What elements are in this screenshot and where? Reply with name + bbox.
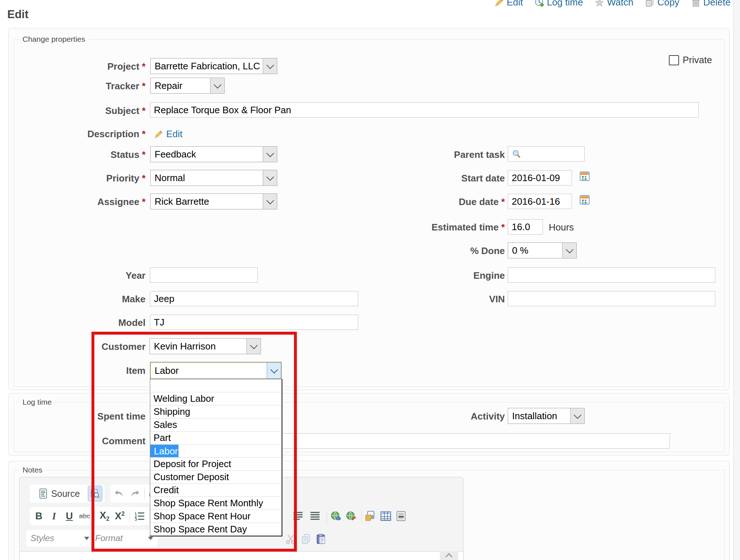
toolbar-separator	[94, 510, 95, 522]
activity-select[interactable]: Installation	[508, 408, 585, 424]
editor-content-area[interactable]	[20, 551, 463, 560]
engine-label: Engine	[9, 270, 505, 281]
table-icon	[380, 511, 392, 522]
subject-input[interactable]	[150, 102, 699, 118]
dropdown-option[interactable]: Labor	[150, 445, 179, 457]
align-justify-button[interactable]	[291, 508, 305, 524]
window-scrollbar[interactable]	[733, 0, 740, 560]
activity-select-value: Installation	[508, 410, 570, 422]
change-properties-legend: Change properties	[19, 35, 89, 44]
dropdown-arrow-icon	[84, 537, 89, 540]
engine-input[interactable]	[508, 267, 715, 283]
estimated-time-suffix: Hours	[549, 222, 574, 233]
clock-add-icon	[535, 0, 544, 7]
source-button-label: Source	[51, 489, 80, 499]
copy-icon	[645, 0, 655, 7]
percent-done-select-value: 0 %	[508, 245, 562, 256]
log-time-box: Log time Spent time Activity Installatio…	[8, 393, 729, 455]
calendar-icon[interactable]	[579, 171, 590, 183]
edit-action[interactable]: Edit	[494, 0, 523, 8]
tracker-select-arrow[interactable]	[210, 78, 224, 93]
italic-button[interactable]: I	[47, 508, 61, 524]
dropdown-option[interactable]: Shop Space Rent Hour	[150, 510, 282, 523]
activity-select-arrow[interactable]	[570, 408, 584, 424]
clipboard-group	[284, 530, 328, 548]
project-select[interactable]: Barrette Fabrication, LLC	[150, 58, 277, 74]
image-icon	[365, 511, 376, 522]
paste-button[interactable]	[314, 531, 328, 547]
underline-icon: U	[66, 511, 73, 522]
dropdown-option[interactable]	[150, 379, 282, 392]
chevron-up-icon	[445, 553, 453, 560]
model-input[interactable]	[150, 315, 358, 330]
customer-select[interactable]: Kevin Harrison	[150, 338, 261, 354]
delete-action[interactable]: Delete	[691, 0, 731, 8]
estimated-time-input[interactable]	[508, 219, 543, 234]
image-button[interactable]	[364, 508, 377, 524]
chevron-down-icon	[250, 342, 257, 349]
styles-combo[interactable]: Styles	[26, 530, 94, 547]
project-select-arrow[interactable]	[263, 58, 277, 74]
trash-icon	[691, 0, 701, 7]
item-select-arrow[interactable]	[267, 363, 281, 379]
private-checkbox[interactable]	[669, 55, 679, 65]
source-button[interactable]: Source	[32, 486, 86, 501]
dropdown-option[interactable]: Deposit for Project	[150, 458, 282, 471]
redo-button[interactable]	[128, 486, 142, 501]
redo-icon	[129, 489, 140, 498]
dropdown-option[interactable]: Customer Deposit	[150, 471, 282, 484]
percent-done-label: % Done	[9, 245, 505, 257]
table-button[interactable]	[379, 508, 393, 524]
due-date-input[interactable]	[508, 194, 572, 209]
percent-done-select[interactable]: 0 %	[508, 242, 577, 258]
link-button[interactable]	[329, 508, 343, 524]
subscript-button[interactable]: X2	[98, 508, 111, 524]
percent-done-select-arrow[interactable]	[562, 243, 576, 258]
due-date-label: Due date*	[9, 196, 505, 208]
vin-input[interactable]	[508, 291, 715, 306]
dropdown-option[interactable]: Credit	[150, 484, 282, 497]
cut-button[interactable]	[284, 531, 298, 547]
estimated-time-label: Estimated time*	[9, 222, 505, 233]
unlink-button[interactable]	[344, 508, 358, 524]
dropdown-option[interactable]: Welding Labor	[150, 392, 282, 405]
notes-box: Notes Source	[8, 461, 729, 560]
dropdown-option[interactable]: Sales	[150, 418, 282, 432]
start-date-input[interactable]	[508, 170, 572, 185]
blockquote-button[interactable]	[308, 508, 322, 524]
toolbar-collapse-button[interactable]	[440, 551, 458, 560]
bold-button[interactable]: B	[32, 508, 46, 524]
tracker-label: Tracker*	[9, 81, 146, 92]
copy-button[interactable]	[299, 531, 313, 547]
dropdown-option[interactable]: Part	[150, 432, 282, 445]
insert-group	[364, 507, 408, 525]
magnifier-icon	[512, 149, 521, 159]
log-time-action-label: Log time	[547, 0, 583, 8]
star-icon	[594, 0, 604, 7]
undo-button[interactable]	[113, 486, 126, 501]
parent-task-input[interactable]	[508, 146, 585, 162]
dropdown-option[interactable]: Shop Space Rent Monthly	[150, 497, 282, 510]
item-select[interactable]: Labor	[150, 362, 281, 379]
format-combo[interactable]: Format	[91, 530, 158, 547]
numbered-list-icon	[134, 511, 145, 521]
log-time-action[interactable]: Log time	[535, 0, 583, 8]
dropdown-option[interactable]: Shipping	[150, 405, 282, 418]
copy-action[interactable]: Copy	[645, 0, 679, 8]
dropdown-option[interactable]: Shop Space Rent Day	[150, 523, 282, 536]
strikethrough-button[interactable]: abc	[78, 508, 91, 524]
numbered-list-button[interactable]	[133, 508, 147, 524]
toolbar-separator	[130, 510, 130, 522]
calendar-icon[interactable]	[579, 194, 590, 207]
description-edit-link[interactable]: Edit	[154, 128, 183, 140]
customer-select-arrow[interactable]	[246, 339, 261, 354]
underline-button[interactable]: U	[62, 508, 76, 524]
pencil-icon	[154, 130, 163, 139]
page-layout-button[interactable]	[394, 508, 408, 524]
styles-combo-label: Styles	[30, 533, 54, 543]
customer-select-value: Kevin Harrison	[150, 341, 246, 352]
watch-action[interactable]: Watch	[594, 0, 633, 8]
preview-button[interactable]	[88, 486, 102, 502]
tracker-select[interactable]: Repair	[150, 78, 225, 94]
superscript-button[interactable]: X2	[113, 508, 127, 524]
